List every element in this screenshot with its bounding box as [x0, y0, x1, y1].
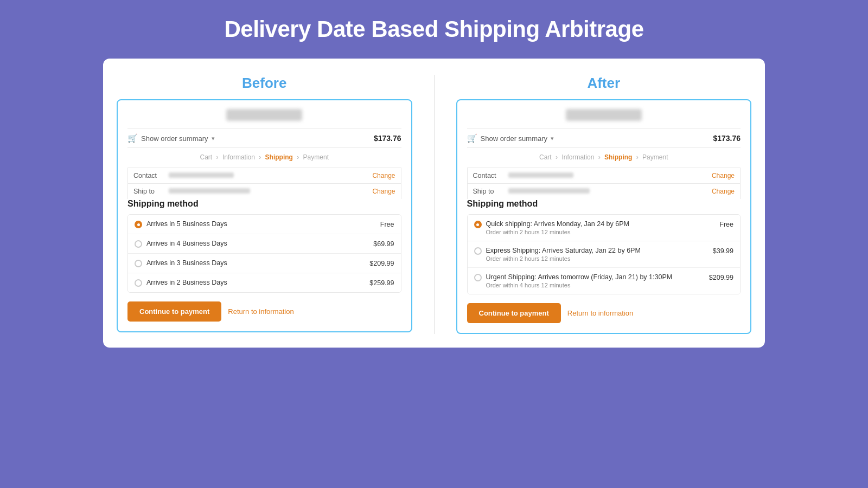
before-shipping-options: Arrives in 5 Business Days Free Arrives …	[127, 214, 401, 293]
before-option-1[interactable]: Arrives in 4 Business Days $69.99	[128, 234, 401, 254]
before-contact-label: Contact	[133, 172, 163, 179]
page-title: Delivery Date Based Shipping Arbitrage	[225, 16, 644, 42]
before-return-button[interactable]: Return to information	[228, 307, 293, 316]
after-option-2-sub: Order within 4 hours 12 minutes	[486, 282, 673, 288]
after-option-0-price: Free	[719, 221, 733, 228]
cart-icon-after: 🛒	[467, 133, 477, 143]
before-contact-row: Contact Change	[127, 168, 401, 183]
crumb-shipping[interactable]: Shipping	[265, 153, 293, 161]
before-shipto-change[interactable]: Change	[372, 188, 395, 195]
before-option-3-name: Arrives in 2 Business Days	[146, 279, 227, 286]
after-amount: $173.76	[713, 134, 741, 143]
after-option-1-sub: Order within 2 hours 12 minutes	[486, 255, 641, 262]
before-radio-2[interactable]	[135, 260, 142, 267]
after-radio-1[interactable]	[474, 247, 482, 255]
comparison-container: Before 🛒 Show order summary ▾ $173.76 Ca…	[103, 59, 765, 348]
before-contact-change[interactable]: Change	[372, 172, 395, 179]
before-label: Before	[242, 75, 286, 92]
before-option-1-price: $69.99	[373, 240, 394, 248]
before-option-3[interactable]: Arrives in 2 Business Days $259.99	[128, 273, 401, 292]
after-radio-0[interactable]	[474, 221, 482, 228]
crumb-payment[interactable]: Payment	[303, 153, 329, 161]
before-order-summary-text[interactable]: Show order summary	[141, 134, 208, 143]
before-option-0[interactable]: Arrives in 5 Business Days Free	[128, 215, 401, 234]
before-breadcrumb: Cart › Information › Shipping › Payment	[127, 153, 401, 161]
before-option-2[interactable]: Arrives in 3 Business Days $209.99	[128, 254, 401, 273]
after-continue-button[interactable]: Continue to payment	[467, 303, 561, 323]
before-order-summary-bar: 🛒 Show order summary ▾ $173.76	[127, 129, 401, 148]
after-return-button[interactable]: Return to information	[567, 309, 633, 317]
after-contact-label: Contact	[473, 172, 503, 179]
crumb-cart[interactable]: Cart	[200, 153, 213, 161]
after-panel-wrapper: After 🛒 Show order summary ▾ $173.76 Car…	[456, 75, 752, 334]
after-breadcrumb: Cart › Information › Shipping › Payment	[467, 153, 741, 161]
crumb-information[interactable]: Information	[222, 153, 255, 161]
before-shipto-value	[169, 188, 372, 195]
after-crumb-payment[interactable]: Payment	[642, 153, 668, 161]
after-panel: 🛒 Show order summary ▾ $173.76 Cart › In…	[456, 99, 752, 334]
before-option-3-price: $259.99	[369, 279, 394, 287]
before-panel: 🛒 Show order summary ▾ $173.76 Cart › In…	[117, 99, 412, 332]
after-shipto-row: Ship to Change	[467, 183, 741, 199]
after-contact-change[interactable]: Change	[712, 172, 735, 179]
before-order-summary-left: 🛒 Show order summary ▾	[127, 133, 215, 143]
before-amount: $173.76	[374, 134, 401, 143]
before-option-1-name: Arrives in 4 Business Days	[146, 240, 227, 247]
after-radio-2[interactable]	[474, 274, 482, 281]
after-option-2-name: Urgent Shipping: Arrives tomorrow (Frida…	[486, 273, 673, 281]
after-option-2-price: $209.99	[709, 274, 733, 281]
after-shipping-options: Quick shipping: Arrives Monday, Jan 24 b…	[467, 214, 741, 294]
before-radio-0[interactable]	[135, 221, 142, 228]
after-contact-row: Contact Change	[467, 168, 741, 183]
before-radio-1[interactable]	[135, 240, 142, 248]
after-option-1-price: $39.99	[713, 247, 733, 255]
after-footer: Continue to payment Return to informatio…	[467, 303, 741, 323]
after-crumb-information[interactable]: Information	[561, 153, 594, 161]
before-logo	[226, 109, 302, 121]
chevron-icon-after: ▾	[551, 135, 554, 142]
before-footer: Continue to payment Return to informatio…	[127, 301, 401, 322]
after-contact-value	[508, 172, 712, 179]
after-shipto-change[interactable]: Change	[712, 188, 735, 195]
after-order-summary-bar: 🛒 Show order summary ▾ $173.76	[467, 129, 741, 148]
after-shipto-label: Ship to	[473, 188, 503, 195]
after-logo	[566, 109, 642, 121]
after-shipping-method-title: Shipping method	[467, 199, 741, 209]
before-option-0-name: Arrives in 5 Business Days	[146, 220, 227, 228]
before-panel-wrapper: Before 🛒 Show order summary ▾ $173.76 Ca…	[117, 75, 412, 334]
before-shipto-label: Ship to	[133, 188, 163, 195]
before-continue-button[interactable]: Continue to payment	[127, 301, 221, 322]
chevron-icon: ▾	[212, 135, 215, 142]
after-option-1[interactable]: Express Shipping: Arrives Saturday, Jan …	[468, 241, 741, 268]
after-option-0-name: Quick shipping: Arrives Monday, Jan 24 b…	[486, 220, 629, 228]
after-crumb-shipping[interactable]: Shipping	[604, 153, 632, 161]
before-radio-3[interactable]	[135, 279, 142, 287]
after-order-summary-left: 🛒 Show order summary ▾	[467, 133, 554, 143]
after-label: After	[587, 75, 620, 92]
before-shipto-row: Ship to Change	[127, 183, 401, 199]
before-contact-value	[169, 172, 372, 179]
after-option-2[interactable]: Urgent Shipping: Arrives tomorrow (Frida…	[468, 268, 741, 294]
before-option-2-price: $209.99	[369, 260, 394, 267]
after-crumb-cart[interactable]: Cart	[539, 153, 552, 161]
panel-divider	[434, 75, 435, 334]
after-option-1-name: Express Shipping: Arrives Saturday, Jan …	[486, 247, 641, 254]
before-option-2-name: Arrives in 3 Business Days	[146, 259, 227, 267]
cart-icon: 🛒	[127, 133, 138, 143]
after-order-summary-text[interactable]: Show order summary	[481, 134, 548, 143]
after-option-0-sub: Order within 2 hours 12 minutes	[486, 229, 629, 235]
after-option-0[interactable]: Quick shipping: Arrives Monday, Jan 24 b…	[468, 215, 741, 241]
before-shipping-method-title: Shipping method	[127, 199, 401, 209]
before-option-0-price: Free	[380, 221, 394, 228]
after-shipto-value	[508, 188, 712, 195]
